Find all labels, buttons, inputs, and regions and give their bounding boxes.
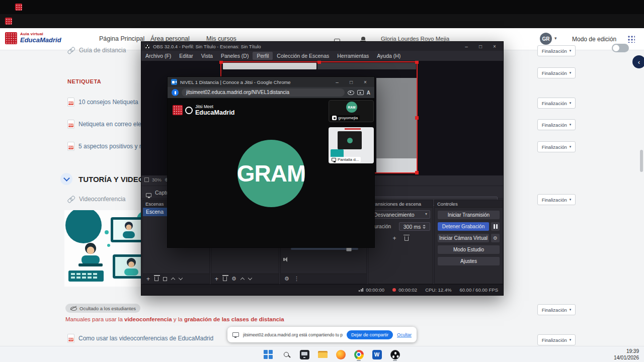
screen-share-thumbnail[interactable]: Pantalla d...: [329, 127, 374, 163]
page-scrollbar[interactable]: [640, 150, 643, 172]
completion-dropdown[interactable]: Finalización▾: [537, 45, 576, 56]
item-label[interactable]: Videoconferencia: [79, 196, 126, 203]
menu-perfil[interactable]: Perfil: [253, 52, 273, 60]
nav-link-home[interactable]: Página Principal: [99, 35, 144, 42]
mixer-settings-icon[interactable]: ⚙: [284, 276, 289, 282]
item-label[interactable]: Como usar las videoconferencias de Educa…: [78, 335, 213, 342]
user-avatar[interactable]: GR: [540, 33, 552, 45]
move-up-icon[interactable]: [171, 278, 175, 282]
word-button[interactable]: W: [370, 347, 383, 361]
menu-archivo[interactable]: Archivo (F): [141, 52, 175, 60]
maximize-button[interactable]: □: [346, 79, 357, 85]
minimize-button[interactable]: –: [461, 44, 472, 49]
resize-handle[interactable]: [415, 116, 419, 120]
mixer-toolbar: ⚙ ⋮: [281, 274, 366, 284]
remove-transition-icon[interactable]: [405, 236, 409, 241]
speaker-icon[interactable]: [283, 258, 285, 261]
stop-recording-button[interactable]: Detener Grabación: [438, 222, 489, 231]
file-explorer-button[interactable]: [316, 347, 329, 361]
course-item-pdf[interactable]: Como usar las videoconferencias de Educa…: [67, 334, 213, 343]
minimize-button[interactable]: –: [332, 79, 343, 85]
resize-handle[interactable]: [219, 61, 223, 64]
zoom-out-icon[interactable]: [144, 177, 149, 182]
menu-editar[interactable]: Editar: [175, 52, 197, 60]
mixer-menu-icon[interactable]: ⋮: [294, 276, 299, 282]
course-item-videoconferencia[interactable]: Videoconferencia: [67, 195, 126, 203]
menu-herramientas[interactable]: Herramientas: [333, 52, 373, 60]
remove-scene-icon[interactable]: [154, 277, 158, 281]
start-button[interactable]: [262, 347, 275, 361]
chrome-titlebar[interactable]: NIVEL 1 Distancia | Conoce a Jitsi - Goo…: [168, 77, 374, 87]
obs-button[interactable]: [388, 347, 401, 361]
start-streaming-button[interactable]: Iniciar Transmisión: [438, 211, 500, 219]
scene-filters-icon[interactable]: [163, 277, 167, 281]
studio-mode-button[interactable]: Modo Estudio: [438, 245, 500, 254]
firefox-button[interactable]: [334, 347, 347, 361]
course-item-guia[interactable]: Guía de distancia: [67, 46, 126, 54]
item-label[interactable]: 10 consejos Netiqueta: [78, 99, 138, 106]
controls-dock-title[interactable]: Controles: [435, 200, 503, 208]
course-item-pdf[interactable]: 10 consejos Netiqueta: [67, 98, 138, 107]
add-transition-icon[interactable]: +: [392, 235, 396, 241]
menu-coleccion[interactable]: Colección de Escenas: [273, 52, 333, 60]
add-source-icon[interactable]: +: [215, 276, 218, 282]
start-virtual-camera-button[interactable]: Iniciar Cámara Virtual: [438, 234, 489, 242]
translate-icon[interactable]: A: [367, 90, 370, 96]
source-properties-icon[interactable]: ⚙: [231, 276, 236, 282]
move-up-icon[interactable]: [240, 278, 245, 282]
spinner-arrows-icon[interactable]: [423, 225, 426, 229]
move-down-icon[interactable]: [248, 276, 252, 280]
close-button[interactable]: ×: [489, 44, 500, 49]
block-drawer-toggle[interactable]: ‹: [632, 55, 644, 68]
virtual-camera-settings-button[interactable]: ⚙: [491, 234, 500, 242]
obs-icon: [390, 350, 400, 359]
manuales-link-videoconferencia[interactable]: videoconferencia: [124, 316, 172, 322]
taskbar-app-dark[interactable]: [298, 347, 311, 361]
resize-handle[interactable]: [317, 61, 321, 64]
manuales-link-grabacion[interactable]: grabación de las clases de distancia: [184, 316, 284, 322]
share-message: jitsimeet02.educa.madrid.org está compar…: [243, 332, 343, 337]
menu-ayuda[interactable]: Ayuda (H): [373, 52, 405, 60]
remove-source-icon[interactable]: [223, 277, 227, 281]
completion-dropdown[interactable]: Finalización▾: [537, 141, 576, 152]
transitions-dock-title[interactable]: Transiciones de escena: [368, 200, 433, 208]
hide-share-bar-link[interactable]: Ocultar: [397, 332, 412, 337]
maximize-button[interactable]: □: [475, 44, 486, 49]
mic-indicator-icon[interactable]: [172, 89, 179, 96]
add-scene-icon[interactable]: +: [146, 276, 150, 282]
screen-share-name: Pantalla d...: [338, 157, 359, 162]
url-bar[interactable]: jitsimeet02.educa.madrid.org/NIVEL1dista…: [182, 88, 345, 97]
resize-handle[interactable]: [415, 171, 419, 174]
settings-button[interactable]: Ajustes: [438, 257, 500, 265]
apps-grid-icon[interactable]: [627, 35, 635, 43]
item-label[interactable]: Guía de distancia: [79, 47, 126, 54]
eye-icon[interactable]: [348, 90, 354, 95]
completion-dropdown[interactable]: Finalización▾: [537, 194, 576, 205]
move-down-icon[interactable]: [179, 276, 183, 280]
recording-dot-icon: [392, 288, 396, 292]
manuales-text: Manuales para usar la videoconferencia y…: [65, 316, 284, 322]
edit-mode-toggle[interactable]: [612, 44, 629, 52]
resize-handle[interactable]: [415, 61, 419, 64]
taskbar-clock[interactable]: 19:39 14/01/2026: [614, 348, 639, 361]
completion-dropdown[interactable]: Finalización▾: [537, 119, 576, 130]
stop-sharing-button[interactable]: Dejar de compartir: [347, 330, 393, 339]
pause-recording-button[interactable]: [491, 222, 500, 231]
completion-dropdown[interactable]: Finalización▾: [537, 304, 576, 315]
search-button[interactable]: [280, 347, 293, 361]
transition-select[interactable]: Desvanecimiento ▾: [371, 210, 430, 219]
menu-vista[interactable]: Vista: [197, 52, 217, 60]
completion-dropdown[interactable]: Finalización▾: [537, 67, 576, 78]
menu-paneles[interactable]: Paneles (D): [217, 52, 253, 60]
duration-spinner[interactable]: 300 ms: [399, 222, 430, 231]
chrome-button[interactable]: [352, 347, 365, 361]
section-collapse-chevron-icon[interactable]: [60, 173, 72, 185]
completion-dropdown[interactable]: Finalización▾: [537, 334, 576, 345]
participant-badge-icon: [332, 116, 337, 120]
obs-titlebar[interactable]: OBS 32.0.4 - Perfil: Sin Título - Escena…: [141, 42, 503, 51]
screen-share-icon[interactable]: [357, 90, 364, 95]
user-menu-chevron-icon[interactable]: ▾: [554, 36, 557, 41]
completion-dropdown[interactable]: Finalización▾: [537, 98, 576, 109]
close-button[interactable]: ×: [360, 79, 371, 85]
participant-thumbnail[interactable]: RAM groyomejia: [329, 100, 374, 122]
